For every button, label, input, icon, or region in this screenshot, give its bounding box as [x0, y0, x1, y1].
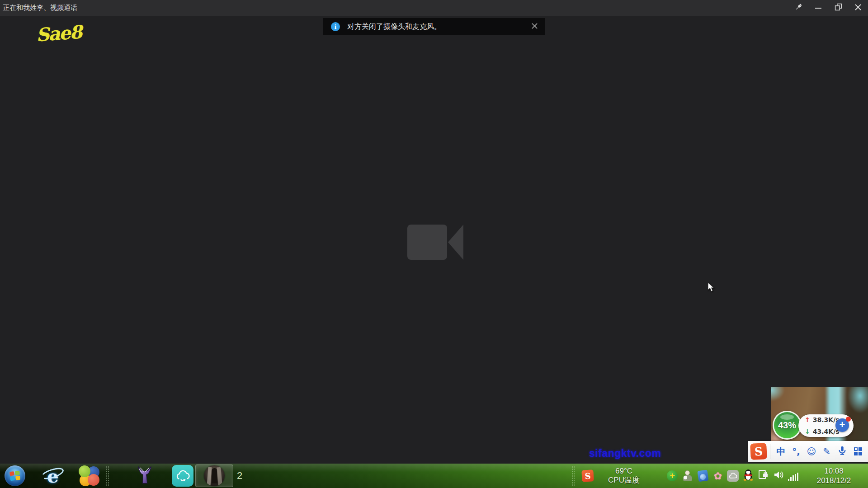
tray-flower-icon[interactable]: ✿: [712, 464, 724, 488]
teal-cloud-icon: [172, 465, 193, 487]
voice-input-icon[interactable]: [837, 445, 847, 458]
toolbox-grid-icon[interactable]: [854, 447, 862, 455]
windows-logo-icon: [5, 465, 25, 486]
tray-sogou-icon[interactable]: S: [581, 464, 594, 488]
restore-button[interactable]: [828, 0, 848, 16]
video-call-app-window: 正在和我姓李、视频通话: [0, 0, 868, 488]
sogou-ime-bar: S 中 °, ☺ ✎: [748, 441, 868, 462]
tray-assistant-icon[interactable]: [681, 464, 694, 488]
gray-cloud-icon: [727, 470, 739, 482]
watermark-text: sifangktv.com: [589, 447, 661, 460]
punctuation-icon[interactable]: °,: [792, 446, 800, 457]
camera-body-shape: [407, 225, 447, 260]
camera-lens-shape: [448, 225, 463, 260]
ime-icon-row: 中 °, ☺ ✎: [770, 445, 868, 458]
close-icon: [854, 4, 862, 13]
sogou-s-icon: S: [581, 469, 594, 482]
restore-icon: [835, 3, 842, 13]
memory-percent: 43%: [778, 420, 796, 431]
chinese-mode-icon[interactable]: 中: [776, 446, 785, 458]
sogou-logo-icon[interactable]: S: [750, 443, 767, 460]
notification-dot: [846, 417, 851, 422]
plug-icon: [758, 469, 769, 483]
download-arrow-icon: ↓: [805, 428, 810, 435]
person-icon: [683, 470, 693, 481]
qq-penguin-icon: [743, 469, 754, 483]
download-speed: 43.4K/s: [813, 428, 840, 435]
minimize-button[interactable]: [808, 0, 828, 16]
notification-bar: i 对方关闭了摄像头和麦克风。: [323, 18, 545, 35]
clock-date: 2018/12/2: [817, 476, 851, 485]
title-bar: 正在和我姓李、视频通话: [0, 0, 868, 16]
taskbar-badge: 2: [235, 464, 244, 488]
plus-icon: +: [840, 420, 845, 430]
window-controls: [788, 0, 868, 16]
taskbar-item-cloud-app[interactable]: [171, 464, 194, 488]
pinwheel-icon: [79, 465, 99, 486]
close-icon: [531, 23, 538, 31]
tray-volume-icon[interactable]: [773, 464, 785, 488]
tray-phone-icon[interactable]: [697, 464, 709, 488]
window-title: 正在和我姓李、视频通话: [0, 4, 77, 12]
purple-crystal-icon: [134, 465, 155, 487]
flower-icon: ✿: [714, 470, 722, 482]
blue-card-icon: [697, 470, 708, 482]
upload-speed: 38.3K/s: [813, 416, 840, 423]
tray-network-icon[interactable]: [788, 464, 798, 488]
upload-arrow-icon: ↑: [805, 416, 810, 423]
tray-separator: [571, 466, 575, 486]
pin-button[interactable]: [788, 0, 808, 16]
close-button[interactable]: [848, 0, 868, 16]
clock-time: 10:08: [824, 466, 844, 476]
memory-usage-ball[interactable]: 43%: [773, 411, 802, 440]
taskbar-item-game-app[interactable]: [133, 464, 156, 488]
mouse-cursor: [707, 282, 716, 295]
emoji-icon[interactable]: ☺: [807, 446, 816, 457]
cpu-temp-label: CPU温度: [608, 476, 640, 485]
cpu-temperature-widget[interactable]: 69°C CPU温度: [597, 464, 651, 488]
green-plus-icon: +: [667, 470, 678, 481]
taskbar-item-media-app[interactable]: [78, 464, 100, 488]
taskbar-separator: [106, 466, 109, 486]
camera-off-icon: [407, 225, 463, 260]
pin-icon: [794, 3, 802, 13]
taskbar-item-internet-explorer[interactable]: e: [42, 464, 63, 488]
taskbar: e: [0, 464, 868, 488]
notification-close-button[interactable]: [529, 21, 540, 32]
speaker-icon: [773, 469, 785, 482]
handwriting-icon[interactable]: ✎: [823, 446, 830, 457]
app-logo: Sae8: [35, 21, 82, 46]
notification-text: 对方关闭了摄像头和麦克风。: [347, 22, 441, 32]
tray-hardware-icon[interactable]: [757, 464, 770, 488]
taskbar-item-active-call[interactable]: [195, 465, 233, 487]
cpu-temp-value: 69°C: [615, 467, 632, 476]
start-button[interactable]: [4, 464, 26, 488]
tray-cloud-icon[interactable]: [726, 464, 739, 488]
tray-qq-icon[interactable]: [742, 464, 755, 488]
tray-antivirus-icon[interactable]: +: [666, 464, 679, 488]
contact-avatar: [204, 465, 225, 486]
minimize-icon: [815, 8, 821, 9]
info-icon: i: [331, 22, 340, 31]
taskbar-clock[interactable]: 10:08 2018/12/2: [806, 464, 862, 488]
